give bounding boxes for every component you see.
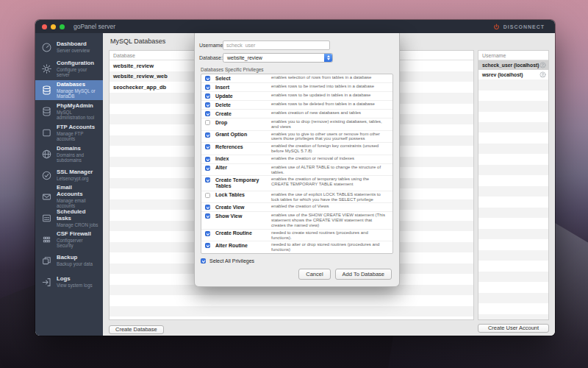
privilege-checkbox[interactable] — [205, 213, 210, 219]
sidebar-item-sublabel: Backup your data — [57, 261, 93, 266]
privilege-row: Lock Tablesenables the use of explicit L… — [201, 191, 392, 204]
add-to-database-button[interactable]: Add To Database — [335, 269, 392, 280]
sidebar-item-domains[interactable]: DomainsDomains and subdomains — [35, 144, 103, 164]
sidebar-item-csf-firewall[interactable]: CSF FirewallConfigserver Security — [35, 230, 103, 250]
privilege-name: Delete — [215, 102, 271, 108]
sidebar-item-databases[interactable]: DatabasesManage MySQL or MariaDB — [35, 80, 103, 100]
zoom-window-button[interactable] — [60, 24, 65, 29]
sidebar-item-sublabel: Manage FTP accounts — [57, 131, 98, 141]
sidebar-item-label: Logs — [57, 276, 93, 283]
privilege-checkbox[interactable] — [205, 205, 210, 210]
sidebar-item-label: PhpMyAdmin — [57, 103, 98, 110]
sidebar-item-sublabel: Domains and subdomains — [57, 152, 98, 163]
privilege-row: Alterenables use of ALTER TABLE to chang… — [201, 164, 392, 177]
privilege-name: Grant Option — [215, 132, 271, 138]
disconnect-label: DISCONNECT — [503, 24, 545, 29]
privilege-checkbox[interactable] — [205, 93, 210, 99]
database-select[interactable]: website_review — [223, 53, 333, 63]
user-name: wsrev (localhost) — [482, 72, 523, 77]
globe-icon — [41, 149, 52, 160]
privilege-checkbox[interactable] — [205, 166, 210, 171]
sidebar-item-ssl-manager[interactable]: SSL ManagerLetsencrypt.org — [35, 166, 103, 185]
privilege-name: Update — [215, 93, 271, 99]
privilege-checkbox[interactable] — [205, 111, 210, 116]
privilege-row: Createenables creation of new databases … — [201, 110, 392, 118]
database-select-value: website_review — [223, 55, 262, 60]
titlebar: goPanel server DISCONNECT — [35, 20, 555, 33]
sidebar-item-backup[interactable]: BackupBackup your data — [35, 251, 103, 271]
user-row[interactable]: scheck_user (localhost) — [478, 60, 548, 70]
privilege-name: References — [215, 144, 271, 150]
privilege-description: enables you to give to other users or re… — [271, 132, 389, 142]
privilege-checkbox[interactable] — [205, 76, 210, 81]
privilege-name: Show View — [215, 213, 271, 219]
disconnect-button[interactable]: DISCONNECT — [493, 24, 545, 30]
privilege-name: Index — [215, 156, 271, 163]
sidebar-item-sublabel: View system logs — [57, 283, 93, 288]
privilege-row: Referencesenabled the creation of foreig… — [201, 143, 392, 155]
create-user-account-button[interactable]: Create User Account — [478, 324, 549, 333]
privilege-checkbox[interactable] — [205, 231, 210, 236]
privilege-description: enables rows to be updated in tables in … — [271, 93, 389, 98]
privilege-description: enables the creation or removal of index… — [271, 156, 389, 161]
user-row[interactable]: wsrev (localhost) — [478, 70, 548, 79]
privilege-row: Updateenables rows to be updated in tabl… — [201, 92, 392, 101]
create-database-button[interactable]: Create Database — [109, 325, 164, 334]
sidebar-item-phpmyadmin[interactable]: PhpMyAdminMySQL administration tool — [35, 102, 103, 121]
privilege-row: Create Viewenabled the creation of Views — [201, 203, 392, 212]
privilege-description: enables the use of explicit LOCK TABLES … — [271, 192, 389, 202]
privileges-list: Selectenables selection of rows from tab… — [201, 74, 393, 254]
privilege-description: enables rows to be deleted from tables i… — [271, 102, 389, 107]
database-name: seochecker_app_db — [113, 84, 166, 91]
privilege-checkbox[interactable] — [205, 243, 210, 248]
privilege-description: enables use of ALTER TABLE to change the… — [271, 165, 389, 175]
privilege-checkbox[interactable] — [205, 102, 210, 107]
privilege-checkbox[interactable] — [205, 120, 210, 125]
privilege-name: Create View — [215, 204, 271, 210]
sidebar-item-email-accounts[interactable]: Email AccountsManage email accounts — [35, 187, 103, 207]
privilege-name: Create Temporary Tables — [215, 177, 271, 190]
calendar-icon — [41, 213, 52, 224]
sidebar-item-label: Domains — [57, 146, 98, 152]
sidebar-item-logs[interactable]: LogsView system logs — [35, 272, 103, 292]
privilege-row: Create Routineneeded to create stored ro… — [201, 230, 392, 242]
users-column-header: Username — [478, 51, 548, 60]
database-name: website_review_web — [113, 73, 168, 79]
sidebar-item-scheduled-tasks[interactable]: Scheduled tasksManage CRON jobs — [35, 208, 103, 228]
sidebar-item-label: Scheduled tasks — [57, 209, 98, 222]
minimize-window-button[interactable] — [51, 24, 56, 29]
sidebar-item-sublabel: MySQL administration tool — [57, 110, 98, 120]
gear-icon — [41, 63, 52, 74]
privilege-row: Insertenables rows to be inserted into t… — [201, 83, 392, 92]
sidebar-item-configuration[interactable]: ConfigurationConfigure your server — [35, 59, 103, 79]
privilege-description: enabled the creation of Views — [271, 204, 389, 209]
privilege-description: enables creation of new databases and ta… — [271, 110, 389, 116]
sidebar-item-dashboard[interactable]: DashboardServer overview — [35, 38, 103, 57]
select-all-checkbox[interactable] — [201, 258, 206, 263]
select-caret-icon — [324, 54, 332, 62]
sidebar: DashboardServer overviewConfigurationCon… — [35, 33, 103, 336]
app-window: goPanel server DISCONNECT DashboardServe… — [35, 20, 555, 336]
privilege-checkbox[interactable] — [205, 85, 210, 90]
sidebar-item-ftp-accounts[interactable]: FTP AccountsManage FTP accounts — [35, 123, 103, 143]
bricks-icon — [41, 234, 52, 245]
privilege-row: Dropenables you to drop (remove) existin… — [201, 118, 392, 131]
privilege-checkbox[interactable] — [205, 132, 210, 138]
sidebar-item-sublabel: Configserver Security — [57, 238, 98, 248]
username-input[interactable] — [223, 40, 330, 50]
privilege-description: enables use of the SHOW CREATE VIEW stat… — [271, 213, 389, 227]
database-name: website_review — [113, 63, 154, 69]
database-icon — [41, 85, 52, 96]
privilege-checkbox[interactable] — [205, 157, 210, 162]
close-window-button[interactable] — [42, 24, 47, 29]
privilege-checkbox[interactable] — [205, 144, 210, 149]
privilege-checkbox[interactable] — [205, 193, 210, 198]
privilege-row: Grant Optionenables you to give to other… — [201, 131, 392, 144]
modal-buttons: Cancel Add To Database — [195, 269, 392, 280]
user-icon — [539, 62, 546, 68]
window-title: goPanel server — [74, 23, 115, 30]
cancel-button[interactable]: Cancel — [298, 269, 330, 280]
privilege-checkbox[interactable] — [205, 177, 210, 183]
export-icon — [41, 277, 52, 288]
select-all-privileges-row: Select All Privileges — [201, 258, 399, 263]
